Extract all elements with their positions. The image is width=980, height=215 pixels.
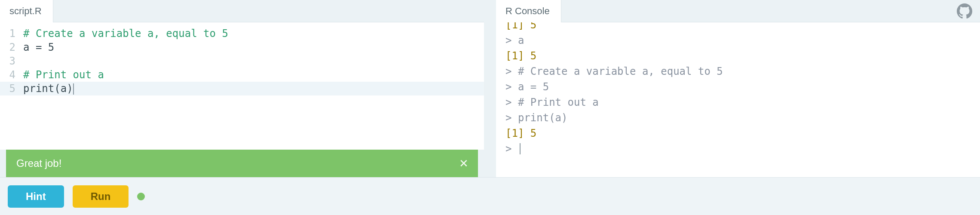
- console-prompt-line: > print(a): [505, 110, 971, 126]
- line-content[interactable]: # Create a variable a, equal to 5: [23, 27, 484, 40]
- editor-cursor: [73, 83, 74, 95]
- editor-tab-label: script.R: [9, 6, 42, 17]
- console-prompt-line: > # Print out a: [505, 95, 971, 110]
- github-icon[interactable]: [957, 3, 972, 19]
- close-icon[interactable]: ✕: [459, 158, 469, 169]
- line-content[interactable]: print(a): [23, 82, 484, 95]
- hint-button-label: Hint: [26, 190, 46, 202]
- line-number: 2: [0, 40, 23, 54]
- code-line[interactable]: 3: [0, 54, 484, 68]
- line-number: 4: [0, 68, 23, 82]
- status-indicator-icon: [137, 193, 145, 200]
- code-line[interactable]: 4# Print out a: [0, 68, 484, 82]
- console-output[interactable]: [1] 5> a[1] 5> # Create a variable a, eq…: [496, 22, 980, 177]
- console-prompt-line: > a: [505, 33, 971, 48]
- console-tab-label: R Console: [505, 6, 550, 17]
- editor-pane: script.R 1# Create a variable a, equal t…: [0, 0, 484, 177]
- console-cursor: [520, 143, 521, 154]
- run-button-label: Run: [91, 190, 111, 202]
- editor-tab-script[interactable]: script.R: [0, 0, 53, 22]
- line-number: 5: [0, 82, 23, 95]
- console-prompt-line: >: [505, 141, 971, 157]
- console-prompt-line: > a = 5: [505, 79, 971, 95]
- run-button[interactable]: Run: [73, 185, 129, 208]
- console-pane: R Console [1] 5> a[1] 5> # Create a vari…: [496, 0, 980, 177]
- console-output-line: [1] 5: [505, 126, 971, 141]
- console-tab-bar: R Console: [496, 0, 980, 22]
- line-number: 3: [0, 54, 23, 68]
- feedback-banner: Great job! ✕: [6, 150, 478, 177]
- line-content[interactable]: [23, 54, 484, 68]
- code-line[interactable]: 2a = 5: [0, 40, 484, 54]
- footer-toolbar: Hint Run: [0, 177, 980, 215]
- code-line[interactable]: 5print(a): [0, 82, 484, 95]
- console-tab[interactable]: R Console: [496, 0, 561, 22]
- line-content[interactable]: a = 5: [23, 40, 484, 54]
- hint-button[interactable]: Hint: [8, 185, 64, 208]
- console-output-line: [1] 5: [505, 48, 971, 64]
- line-number: 1: [0, 27, 23, 40]
- editor-tab-bar: script.R: [0, 0, 484, 22]
- console-prompt-line: > # Create a variable a, equal to 5: [505, 64, 971, 79]
- code-line[interactable]: 1# Create a variable a, equal to 5: [0, 27, 484, 40]
- code-editor[interactable]: 1# Create a variable a, equal to 52a = 5…: [0, 22, 484, 150]
- feedback-message: Great job!: [16, 157, 61, 169]
- console-output-line: [1] 5: [505, 22, 971, 33]
- line-content[interactable]: # Print out a: [23, 68, 484, 82]
